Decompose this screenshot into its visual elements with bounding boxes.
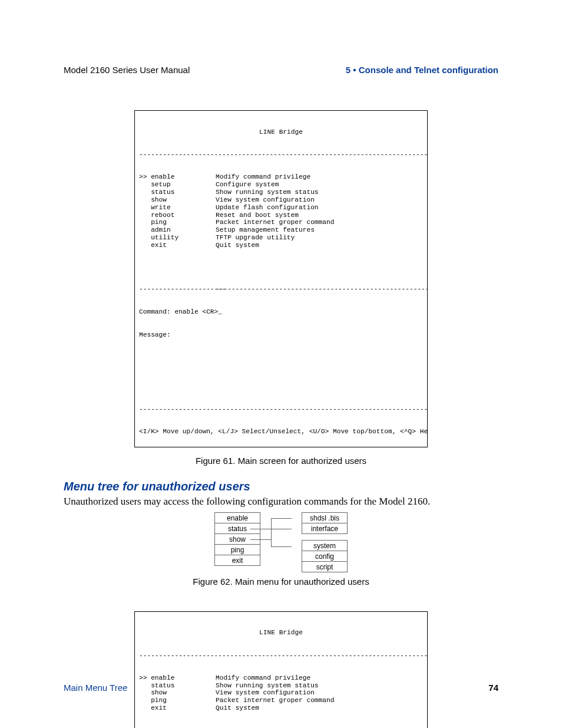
terminal2-menu-right: Modify command privilege Show running sy… [216, 674, 423, 712]
tree-right-item: interface [302, 523, 348, 534]
page-footer: Main Menu Tree 74 [64, 683, 498, 693]
terminal1-menu-left: >> enable setup status show write reboot… [139, 173, 216, 249]
menu-tree-diagram: enable status show ping exit shdsl .bis … [204, 512, 358, 572]
footer-right: 74 [488, 683, 498, 693]
terminal1-menu: >> enable setup status show write reboot… [135, 173, 427, 249]
terminal1-title: LINE Bridge [135, 129, 427, 136]
terminal1-message-line: Message: [135, 331, 427, 339]
connector [271, 546, 292, 547]
section-heading: Menu tree for unauthorized users [64, 480, 498, 493]
tree-right-item: script [302, 561, 348, 572]
tree-left-item: enable [214, 512, 260, 523]
header-right: 5 • Console and Telnet configuration [346, 65, 498, 75]
terminal2-title: LINE Bridge [135, 629, 427, 637]
tree-right-item: system [302, 540, 348, 551]
terminal2-menu: >> enable status show ping exit Modify c… [135, 674, 427, 712]
footer-left: Main Menu Tree [64, 683, 127, 693]
tree-left-col: enable status show ping exit [214, 512, 260, 572]
figure-62-caption: Figure 62. Main menu for unauthorized us… [64, 577, 498, 587]
figure-61-caption: Figure 61. Main screen for authorized us… [64, 456, 498, 466]
terminal1-help-line: <I/K> Move up/down, <L/J> Select/Unselec… [135, 428, 427, 439]
terminal1-menu-right: Modify command privilege Configure syste… [216, 173, 423, 249]
tree-right-item: config [302, 551, 348, 562]
tree-left-item: ping [214, 544, 260, 555]
connector [271, 529, 292, 529]
connector [271, 539, 272, 546]
tree-left-item: exit [214, 555, 260, 566]
connector [271, 518, 292, 519]
tree-right-col: shdsl .bis interface system config scrip… [302, 512, 348, 572]
terminal-figure-61: LINE Bridge ----------------------------… [134, 110, 428, 447]
terminal-figure-63: LINE Bridge ----------------------------… [134, 611, 428, 729]
connector [250, 529, 271, 529]
tree-right-item: shdsl .bis [302, 512, 348, 523]
connector [250, 539, 271, 540]
terminal1-command-line: Command: enable <CR>_ [135, 308, 427, 316]
terminal1-dash-split: ---------------------- -----------------… [135, 285, 427, 293]
section-body: Unauthorized users may access the follow… [64, 496, 498, 508]
terminal2-menu-left: >> enable status show ping exit [139, 674, 216, 712]
terminal1-dash-top: ----------------------------------------… [135, 151, 427, 158]
connector [271, 518, 272, 541]
terminal1-dash-bottom: ----------------------------------------… [135, 406, 427, 413]
header-left: Model 2160 Series User Manual [64, 65, 190, 75]
terminal2-dash-top: ----------------------------------------… [135, 652, 427, 659]
page-header: Model 2160 Series User Manual 5 • Consol… [64, 65, 498, 75]
